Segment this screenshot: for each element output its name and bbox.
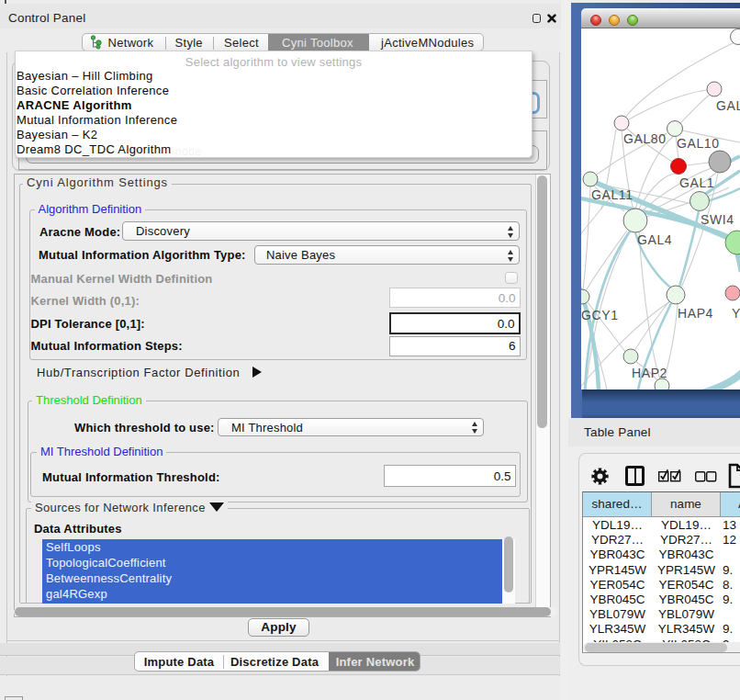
- svg-text:SWI4: SWI4: [701, 212, 734, 227]
- svg-text:GAL2: GAL2: [716, 98, 740, 113]
- svg-text:GAL4: GAL4: [637, 232, 672, 247]
- svg-text:HAP2: HAP2: [632, 366, 667, 380]
- svg-text:GAL11: GAL11: [591, 187, 633, 202]
- svg-text:HAP4: HAP4: [678, 306, 713, 321]
- svg-text:YM: YM: [732, 306, 740, 321]
- svg-text:GAL80: GAL80: [623, 131, 667, 146]
- svg-text:GCY1: GCY1: [581, 308, 619, 322]
- svg-text:GAL1: GAL1: [679, 175, 714, 190]
- svg-text:GAL10: GAL10: [677, 136, 720, 151]
